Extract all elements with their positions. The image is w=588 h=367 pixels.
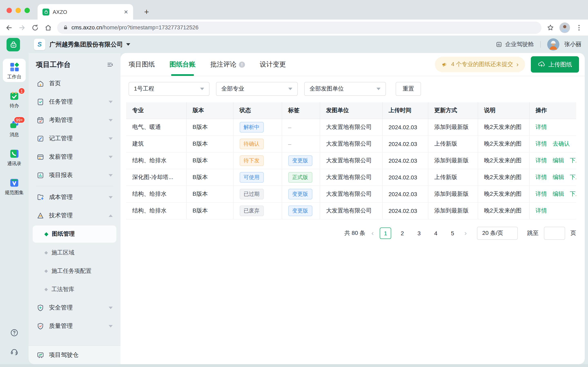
sidebar-item[interactable]: 技术管理	[33, 206, 116, 225]
tab-批注评论[interactable]: 批注评论!	[210, 53, 245, 76]
page-5[interactable]: 5	[447, 227, 458, 239]
home-icon[interactable]	[44, 24, 52, 32]
bookmark-star-icon[interactable]	[546, 24, 554, 32]
sidebar-collapse-icon[interactable]	[107, 61, 114, 68]
sidebar-item[interactable]: 记工管理	[33, 129, 116, 148]
cell-note: 晚2天发来的图	[478, 119, 529, 135]
sidebar-item[interactable]: 质量管理	[33, 317, 116, 335]
sidebar-item[interactable]: 项目报表	[33, 166, 116, 184]
filter-select[interactable]: 1号工程	[129, 82, 209, 96]
jump-page-input[interactable]	[544, 226, 565, 240]
upload-drawings-button[interactable]: 上传图纸	[531, 56, 579, 73]
cell-time: 2024.02.03	[382, 152, 428, 169]
sidebar-item-project-cockpit[interactable]: 项目驾驶仓	[29, 345, 121, 364]
action-link-详情[interactable]: 详情	[536, 157, 547, 164]
cell-status: 已废弃	[233, 202, 282, 219]
new-tab-button[interactable]: +	[141, 7, 152, 17]
cell-actions: 详情编辑下发	[529, 152, 576, 169]
reset-button[interactable]: 重置	[396, 82, 421, 96]
action-link-去确认[interactable]: 去确认	[553, 140, 570, 147]
action-link-下发[interactable]: 下发	[570, 174, 576, 181]
back-icon[interactable]	[5, 24, 13, 32]
page-1[interactable]: 1	[380, 227, 391, 239]
tab-图纸台账[interactable]: 图纸台账	[169, 53, 196, 76]
address-bar[interactable]: cms.axzo.cn/home/pro?timestamp=173277371…	[57, 21, 541, 34]
filter-select[interactable]: 全部专业	[216, 82, 298, 96]
sidebar-item[interactable]: 成本管理	[33, 188, 116, 206]
action-link-下发[interactable]: 下发	[570, 157, 576, 164]
rail-item-atlas[interactable]: 规范图集	[3, 175, 26, 198]
tab-close-icon[interactable]: ✕	[124, 9, 128, 15]
rail-item-todo[interactable]: 待办1	[3, 88, 26, 111]
sidebar-subitem[interactable]: 施工任务项配置	[33, 262, 116, 280]
chevron-down-icon	[376, 88, 380, 90]
enterprise-dashboard-link[interactable]: 企业驾驶舱	[496, 41, 534, 48]
table-header-row: 专业版本状态标签发图单位上传时间更新方式说明操作	[126, 102, 576, 119]
sidebar: 项目工作台 首页任务管理考勤管理记工管理发薪管理项目报表成本管理技术管理图纸管理…	[29, 53, 121, 364]
action-link-详情[interactable]: 详情	[536, 174, 547, 181]
page-4[interactable]: 4	[430, 227, 442, 239]
workarea: 工作台待办1消息99+通讯录规范图集 项目工作台 首页任务管理考勤管理记工管理发…	[0, 53, 588, 364]
cell-time: 2024.02.03	[382, 185, 428, 202]
cell-note: 晚2天发来的图	[478, 135, 529, 152]
company-name[interactable]: 广州越秀集团股份有限公司	[49, 41, 123, 48]
page-size-select[interactable]: 20 条/页	[477, 226, 518, 240]
action-link-编辑[interactable]: 编辑	[553, 190, 564, 198]
action-link-编辑[interactable]: 编辑	[553, 157, 564, 164]
axzo-app-logo-icon[interactable]	[7, 38, 20, 51]
sidebar-item-label: 任务管理	[49, 98, 73, 106]
filter-value: 全部专业	[221, 85, 244, 92]
action-link-编辑[interactable]: 编辑	[553, 174, 564, 181]
action-link-下发[interactable]: 下发	[570, 190, 576, 198]
company-switch-caret-icon[interactable]	[126, 43, 130, 46]
browser-profile-avatar[interactable]	[559, 22, 570, 33]
browser-menu-icon[interactable]	[575, 24, 583, 32]
user-name[interactable]: 张小丽	[564, 41, 581, 48]
sidebar-item[interactable]: 考勤管理	[33, 111, 116, 129]
rail-item-workbench[interactable]: 工作台	[3, 59, 26, 82]
window-close-button[interactable]	[7, 8, 12, 13]
tab-项目图纸[interactable]: 项目图纸	[129, 53, 155, 76]
window-minimize-button[interactable]	[16, 8, 21, 13]
rail-item-message[interactable]: 消息99+	[3, 117, 26, 140]
sidebar-subitem[interactable]: 施工区域	[33, 243, 116, 262]
rail-item-contacts[interactable]: 通讯录	[3, 146, 26, 169]
next-page-icon[interactable]: ›	[464, 230, 467, 236]
sidebar-item-label: 项目报表	[49, 171, 73, 179]
user-avatar[interactable]	[547, 38, 559, 50]
action-link-详情[interactable]: 详情	[536, 123, 547, 131]
window-controls	[7, 8, 30, 13]
forward-icon[interactable]	[18, 24, 26, 32]
sidebar-subitem[interactable]: 图纸管理	[33, 225, 116, 243]
prev-page-icon[interactable]: ‹	[371, 230, 374, 236]
window-zoom-button[interactable]	[25, 8, 30, 13]
page-3[interactable]: 3	[414, 227, 425, 239]
table-row: 电气、暖通B版本解析中–大发置地有限公司2024.02.03添加到最新版晚2天发…	[126, 119, 576, 135]
action-link-详情[interactable]: 详情	[536, 207, 547, 214]
sidebar-subitem[interactable]: 工法智库	[33, 280, 116, 299]
cell-major: 结构、给排水	[126, 202, 186, 219]
browser-tab[interactable]: AXZO ✕	[38, 4, 133, 20]
status-badge: 待下发	[240, 155, 264, 166]
filter-select[interactable]: 全部发图单位	[304, 82, 386, 96]
tag-badge: 变更版	[288, 155, 312, 166]
notification-badge: 1	[18, 88, 25, 94]
action-link-详情[interactable]: 详情	[536, 190, 547, 198]
sidebar-item[interactable]: 首页	[33, 74, 116, 92]
help-icon[interactable]	[10, 328, 19, 337]
sidebar-item[interactable]: 安全管理	[33, 299, 116, 317]
rail-item-label: 工作台	[7, 74, 21, 80]
cell-time: 2024.02.03	[382, 119, 428, 135]
worklog-icon	[36, 134, 44, 142]
sidebar-item[interactable]: 发薪管理	[33, 148, 116, 166]
pending-submit-notice[interactable]: 4 个专业的图纸还未提交 ›	[435, 57, 525, 72]
refresh-icon[interactable]	[31, 24, 39, 32]
action-link-详情[interactable]: 详情	[536, 140, 547, 147]
sidebar-item[interactable]: 任务管理	[33, 92, 116, 111]
cell-method: 添加到最新版	[428, 119, 478, 135]
page-2[interactable]: 2	[397, 227, 408, 239]
support-headset-icon[interactable]	[10, 347, 19, 356]
tab-设计变更[interactable]: 设计变更	[260, 53, 286, 76]
empty-dash: –	[288, 124, 291, 130]
notification-badge: 99+	[14, 117, 25, 123]
